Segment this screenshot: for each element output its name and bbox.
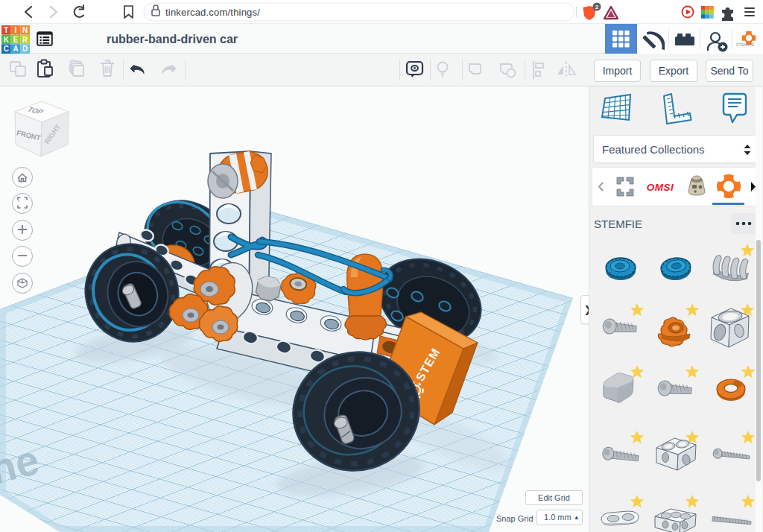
svg-text:R: R (22, 36, 28, 44)
svg-text:K: K (4, 36, 10, 44)
svg-text:E: E (13, 36, 19, 44)
svg-text:C: C (4, 45, 9, 53)
svg-text:I: I (15, 26, 17, 34)
svg-text:A: A (13, 45, 18, 53)
svg-text:OMSI: OMSI (647, 182, 674, 193)
svg-text:D: D (22, 45, 28, 53)
svg-text:2: 2 (595, 4, 599, 10)
svg-text:N: N (22, 26, 28, 34)
svg-text:T: T (4, 26, 8, 34)
